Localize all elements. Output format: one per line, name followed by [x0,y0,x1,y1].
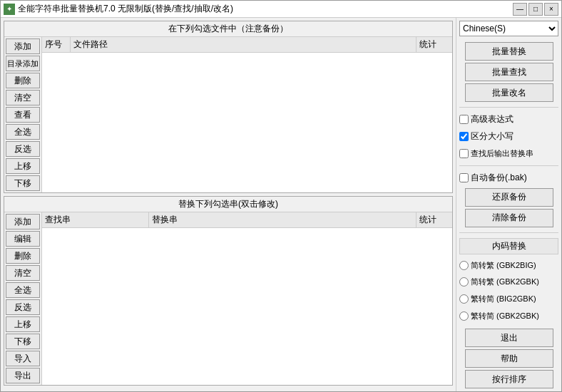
radio-s2s-gbk2gbk-row: 简转繁 (GBK2GBK) [459,275,558,289]
clear-backup-button[interactable]: 清除备份 [465,209,553,227]
internal-code-title: 内码替换 [459,238,558,254]
replace-table-header: 查找串 替换串 统计 [42,212,452,228]
file-dir-add-button[interactable]: 目录添加 [6,56,40,71]
main-content: 在下列勾选文件中（注意备份） 添加 目录添加 删除 清空 查看 全选 反选 上移… [1,18,561,391]
backup-buttons: 还原备份 清除备份 [459,188,558,227]
language-dropdown[interactable]: Chinese(S) Chinese(T) English Japanese [459,21,558,36]
action-buttons: 批量替换 批量查找 批量改名 [459,42,558,102]
replace-delete-button[interactable]: 删除 [6,248,40,264]
case-sensitive-row: 区分大小写 [459,130,558,144]
file-clear-button[interactable]: 清空 [6,90,40,105]
batch-replace-button[interactable]: 批量替换 [465,42,553,61]
col-path-header: 文件路径 [71,37,417,52]
replace-section-body: 添加 编辑 删除 清空 全选 反选 上移 下移 导入 导出 查找串 [4,212,452,385]
left-panel: 在下列勾选文件中（注意备份） 添加 目录添加 删除 清空 查看 全选 反选 上移… [1,18,456,391]
replace-import-button[interactable]: 导入 [6,351,40,366]
title-controls: — □ × [513,3,558,16]
file-select-all-button[interactable]: 全选 [6,124,40,140]
radio-s2s-gbk2gbk-label: 简转繁 (GBK2GBK) [471,277,539,287]
col-find-header: 查找串 [42,212,149,227]
close-button[interactable]: × [544,3,558,16]
minimize-button[interactable]: — [513,3,527,16]
file-add-button[interactable]: 添加 [6,38,40,54]
col-replace-header: 替换串 [149,212,417,227]
replace-edit-button[interactable]: 编辑 [6,231,40,247]
replace-clear-button[interactable]: 清空 [6,265,40,281]
col-num-header: 序号 [42,37,71,52]
app-icon: ✦ [4,4,15,15]
file-move-up-button[interactable]: 上移 [6,158,40,174]
file-view-button[interactable]: 查看 [6,107,40,123]
replace-invert-button[interactable]: 反选 [6,299,40,315]
separator-1 [459,107,558,108]
file-move-down-button[interactable]: 下移 [6,175,40,191]
replace-section: 替换下列勾选串(双击修改) 添加 编辑 删除 清空 全选 反选 上移 下移 导入… [4,196,453,386]
col-stat-header: 统计 [417,37,452,52]
sort-button[interactable]: 按行排序 [465,370,553,388]
advanced-regex-row: 高级表达式 [459,113,558,127]
replace-add-button[interactable]: 添加 [6,214,40,229]
radio-s2s-gbk2gbk[interactable] [459,277,469,287]
show-replace-label: 查找后输出替换串 [471,148,533,159]
replace-sidebar-buttons: 添加 编辑 删除 清空 全选 反选 上移 下移 导入 导出 [4,212,42,385]
radio-t2s-gbk2gbk[interactable] [459,311,469,321]
replace-table-body[interactable] [42,228,452,385]
auto-backup-row: 自动备份(.bak) [459,171,558,185]
case-sensitive-checkbox[interactable] [459,132,469,141]
separator-2 [459,165,558,166]
replace-section-header: 替换下列勾选串(双击修改) [4,197,452,212]
file-section-header: 在下列勾选文件中（注意备份） [4,21,452,37]
replace-select-all-button[interactable]: 全选 [6,282,40,298]
separator-3 [459,232,558,233]
title-bar: ✦ 全能字符串批量替换机7.0 无限制版(替换/查找/抽取/改名) — □ × [1,1,561,18]
show-replace-row: 查找后输出替换串 [459,146,558,160]
radio-s2t-gbk2big[interactable] [459,261,469,270]
radio-t2s-gbk2gbk-row: 繁转简 (GBK2GBK) [459,309,558,323]
file-delete-button[interactable]: 删除 [6,73,40,88]
window-title: 全能字符串批量替换机7.0 无限制版(替换/查找/抽取/改名) [18,3,233,15]
replace-move-up-button[interactable]: 上移 [6,316,40,332]
radio-t2s-big2gbk-label: 繁转简 (BIG2GBK) [471,294,536,304]
radio-s2t-gbk2big-row: 简转繁 (GBK2BIG) [459,259,558,273]
replace-export-button[interactable]: 导出 [6,368,40,383]
maximize-button[interactable]: □ [528,3,543,16]
title-bar-left: ✦ 全能字符串批量替换机7.0 无限制版(替换/查找/抽取/改名) [4,3,233,15]
language-row: Chinese(S) Chinese(T) English Japanese [459,21,558,36]
radio-t2s-big2gbk-row: 繁转简 (BIG2GBK) [459,292,558,306]
replace-table: 查找串 替换串 统计 [42,212,452,385]
radio-t2s-gbk2gbk-label: 繁转简 (GBK2GBK) [471,311,539,321]
batch-find-button[interactable]: 批量查找 [465,63,553,81]
file-table-body[interactable] [42,53,452,192]
file-sidebar-buttons: 添加 目录添加 删除 清空 查看 全选 反选 上移 下移 [4,37,42,192]
right-panel: Chinese(S) Chinese(T) English Japanese 批… [456,18,561,391]
auto-backup-checkbox[interactable] [459,173,469,182]
show-replace-checkbox[interactable] [459,149,469,158]
replace-move-down-button[interactable]: 下移 [6,334,40,349]
file-table-header: 序号 文件路径 统计 [42,37,452,53]
advanced-regex-checkbox[interactable] [459,115,469,124]
advanced-regex-label: 高级表达式 [471,113,514,125]
batch-rename-button[interactable]: 批量改名 [465,83,553,102]
restore-backup-button[interactable]: 还原备份 [465,188,553,207]
radio-t2s-big2gbk[interactable] [459,294,469,304]
bottom-buttons: 退出 帮助 按行排序 [459,329,558,388]
help-button[interactable]: 帮助 [465,349,553,368]
file-section: 在下列勾选文件中（注意备份） 添加 目录添加 删除 清空 查看 全选 反选 上移… [4,21,453,193]
file-table: 序号 文件路径 统计 [42,37,452,192]
radio-s2t-gbk2big-label: 简转繁 (GBK2BIG) [471,260,536,271]
file-invert-button[interactable]: 反选 [6,141,40,157]
exit-button[interactable]: 退出 [465,329,553,347]
auto-backup-label: 自动备份(.bak) [471,172,527,184]
file-section-body: 添加 目录添加 删除 清空 查看 全选 反选 上移 下移 序号 文件路径 [4,37,452,192]
case-sensitive-label: 区分大小写 [471,130,514,143]
main-window: ✦ 全能字符串批量替换机7.0 无限制版(替换/查找/抽取/改名) — □ × … [0,0,562,392]
col-stat-header2: 统计 [417,212,452,227]
